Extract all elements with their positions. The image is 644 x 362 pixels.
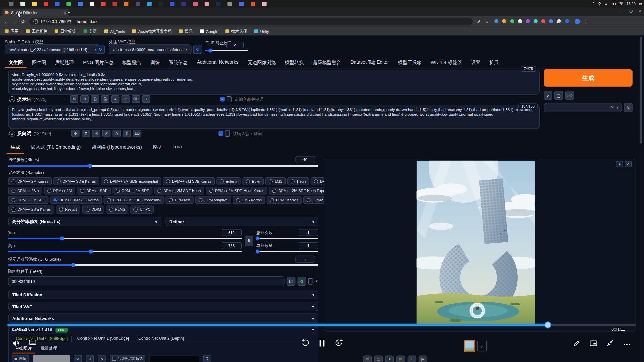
pause-button[interactable] xyxy=(319,340,325,347)
extension-icon[interactable] xyxy=(549,19,553,23)
prompt-tool-button[interactable]: ⇪ xyxy=(122,95,130,103)
extra-networks-button[interactable]: ▢ xyxy=(554,91,563,100)
seed-input[interactable]: 3008344919 xyxy=(8,276,284,286)
extension-icon[interactable] xyxy=(557,19,561,23)
taskbar-app-icon[interactable] xyxy=(55,1,59,6)
width-slider[interactable] xyxy=(8,238,241,239)
taskbar-app-icon[interactable] xyxy=(113,1,117,6)
main-tab[interactable]: 设置 xyxy=(467,58,484,68)
tab-close-icon[interactable]: ✕ xyxy=(63,10,66,14)
window-close-button[interactable]: ✕ xyxy=(638,9,641,13)
bookmark-item[interactable]: 日常标签 xyxy=(55,28,76,34)
sampler-option[interactable]: DPM++ SDE xyxy=(77,187,111,194)
gallery-action-button[interactable]: ✚ xyxy=(408,355,416,362)
generation-subtab[interactable]: Lora xyxy=(168,143,186,154)
controlnet-mode-tab[interactable]: 批量处理 xyxy=(37,344,60,353)
profile-avatar[interactable] xyxy=(575,19,580,24)
extension-icon[interactable] xyxy=(510,19,514,23)
controlnet-unit-tab[interactable]: ControlNet Unit 1 [SoftEdge] xyxy=(73,335,133,342)
prompt-tool-button[interactable]: ⌦ xyxy=(133,130,141,137)
prompt-tool-button[interactable]: ⚙ xyxy=(82,130,90,137)
controlnet-unit-tab[interactable]: ControlNet Unit 0 [SoftEdge] xyxy=(12,335,72,342)
taskbar-app-icon[interactable] xyxy=(9,1,13,6)
more-options-button[interactable]: ••• xyxy=(624,342,631,348)
sampler-option[interactable]: LMS xyxy=(265,177,286,185)
sampler-option[interactable]: Euler xyxy=(243,177,264,185)
forward-button[interactable]: → xyxy=(13,19,17,24)
taskbar-app-icon[interactable] xyxy=(101,1,105,6)
hires-fix-accordion[interactable]: 高分辨率修复 (Hires. fix)◀ xyxy=(8,217,161,226)
taskbar-app-icon[interactable] xyxy=(227,1,232,6)
prompt-tool-button[interactable]: ⇪ xyxy=(123,130,131,137)
taskbar-app-icon[interactable] xyxy=(136,1,140,6)
sampler-option[interactable]: DPM++ 2M SDE Exponential xyxy=(101,177,161,185)
sampler-option[interactable]: Heun xyxy=(287,177,309,185)
sampler-option[interactable]: DPM fast xyxy=(166,196,194,204)
sampler-option[interactable]: DPM++ 2M SDE Heun Karras xyxy=(206,187,267,194)
prompt-textarea[interactable]: <lora:Douyin_v1-000009:0.5>,<lora:more_d… xyxy=(8,70,539,94)
taskbar-app-icon[interactable] xyxy=(90,1,94,6)
taskbar-app-icon[interactable] xyxy=(32,1,37,6)
bookmark-item[interactable]: Google xyxy=(200,29,218,33)
main-tab[interactable]: 系统信息 xyxy=(165,58,191,68)
swap-dimensions-button[interactable]: ⇅ xyxy=(245,235,253,246)
browser-tab[interactable]: Stable Diffusion ✕ xyxy=(2,9,69,16)
taskbar-app-icon[interactable] xyxy=(44,1,48,6)
clear-icon[interactable]: ✕ xyxy=(611,106,614,110)
window-minimize-button[interactable]: — xyxy=(620,9,624,13)
reuse-seed-button[interactable]: ♻ xyxy=(298,277,306,286)
vae-dropdown[interactable]: vae-ft-mse-840000-ema-pruned.safetensors… xyxy=(109,44,191,54)
gallery-close-button[interactable]: ✕ xyxy=(625,161,632,167)
extension-icon[interactable] xyxy=(526,19,530,23)
gallery-action-button[interactable]: ⎙ xyxy=(374,355,383,362)
extra-seed-checkbox[interactable] xyxy=(308,278,313,284)
main-tab[interactable]: 扩展 xyxy=(486,58,502,68)
share-icon[interactable]: ⇗ xyxy=(477,19,481,24)
window-maximize-button[interactable]: ▢ xyxy=(629,9,633,13)
main-tab[interactable]: 后期处理 xyxy=(51,58,77,68)
sampler-option[interactable]: Restart xyxy=(56,205,80,213)
random-seed-button[interactable]: ⚄ xyxy=(287,277,296,286)
new-keyword-input[interactable] xyxy=(232,131,324,136)
generation-subtab[interactable]: 超网络 (Hypernetworks) xyxy=(88,143,146,154)
generation-subtab[interactable]: 模型 xyxy=(148,143,166,154)
generation-subtab[interactable]: 生成 xyxy=(7,143,24,154)
exit-fullscreen-button[interactable] xyxy=(607,340,613,347)
main-tab[interactable]: Dataset Tag Editor xyxy=(346,58,393,68)
sampler-option[interactable]: DPM2 Karras xyxy=(267,196,302,204)
sampler-option[interactable]: DPM adaptive xyxy=(195,196,231,204)
prompt-tool-button[interactable]: ⚙ xyxy=(80,95,89,103)
main-tab[interactable]: 训练 xyxy=(147,58,163,68)
taskbar-app-icon[interactable] xyxy=(159,1,163,6)
clip-skip-value[interactable]: 2 xyxy=(226,42,244,48)
main-tab[interactable]: 图生图 xyxy=(28,58,50,68)
bookmark-item[interactable]: 工作相关 xyxy=(26,28,47,34)
download-icon[interactable]: ↧ xyxy=(203,355,211,362)
cfg-value[interactable]: 7 xyxy=(295,256,315,263)
prompt-tool-button[interactable]: ⎘ xyxy=(102,130,110,137)
controlnet-image-dropzone[interactable] xyxy=(33,355,70,362)
network-icon[interactable]: ▲ xyxy=(604,2,608,6)
sampler-option[interactable]: Euler a xyxy=(216,177,241,185)
reload-button[interactable]: ⟳ xyxy=(21,19,25,24)
taskbar-app-icon[interactable] xyxy=(147,1,151,6)
skip-forward-button[interactable]: 30 xyxy=(334,338,343,348)
sampler-option[interactable]: DPM++ 2M xyxy=(44,187,75,194)
sampler-option[interactable]: LMS Karras xyxy=(233,196,265,204)
sampler-option[interactable]: DPM++ 3M SDE xyxy=(8,196,48,204)
sampler-option[interactable]: DPM++ 2M SDE xyxy=(112,187,152,194)
negative-prompt-textarea[interactable]: EasyNegative,sketch by bad-artist-anime,… xyxy=(8,105,539,129)
styles-dropdown[interactable]: ✕ ▾ xyxy=(544,103,622,112)
chevron-down-icon[interactable]: ▼ xyxy=(315,279,318,283)
gallery-download-button[interactable]: ↧ xyxy=(616,161,623,167)
extension-icon[interactable] xyxy=(534,19,538,23)
seekbar-handle[interactable] xyxy=(544,321,551,328)
bookmark-item[interactable]: 娱乐 xyxy=(179,28,193,34)
bookmark-item[interactable]: AI_Tools xyxy=(104,29,125,33)
main-tab[interactable]: 无边图像浏览 xyxy=(244,58,280,68)
extension-icon[interactable] xyxy=(502,19,506,23)
gallery-action-button[interactable]: ↧ xyxy=(385,355,394,362)
edit-styles-button[interactable]: ✎ xyxy=(624,103,633,112)
bookmark-item[interactable]: Apple技术开发文档 xyxy=(132,28,172,34)
gallery-thumbnail-selected[interactable] xyxy=(464,340,475,352)
